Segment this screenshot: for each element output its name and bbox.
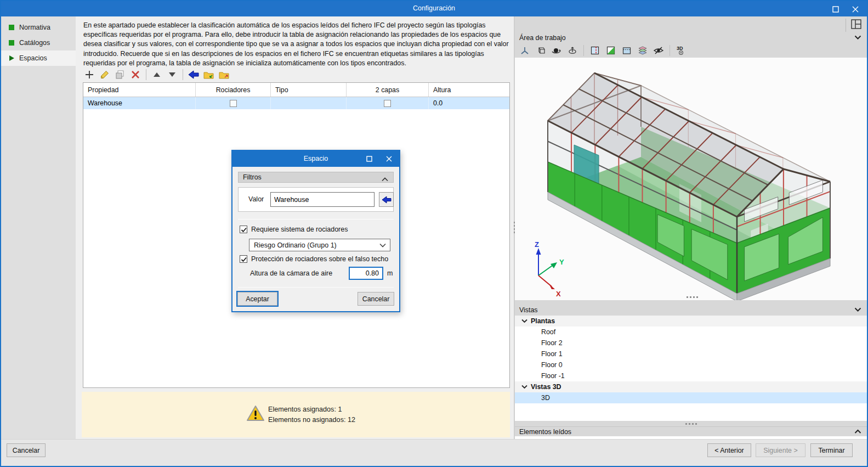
sprinklers-checkbox[interactable] bbox=[240, 226, 247, 233]
previous-button[interactable]: < Anterior bbox=[707, 443, 751, 457]
window-layout-icon bbox=[850, 19, 863, 30]
workspace-title: Área de trabajo bbox=[519, 34, 566, 42]
maximize-icon bbox=[832, 6, 839, 13]
tree-item-3d[interactable]: 3D bbox=[515, 392, 868, 403]
sidebar-item-espacios[interactable]: Espacios bbox=[1, 50, 76, 66]
layout-button[interactable] bbox=[850, 19, 863, 32]
section-plane-button[interactable] bbox=[588, 44, 602, 57]
folder-import-icon bbox=[203, 70, 214, 79]
filtros-label: Filtros bbox=[243, 173, 262, 181]
turntable-button[interactable] bbox=[566, 44, 579, 57]
layers-button[interactable] bbox=[636, 44, 649, 57]
chevron-up-icon bbox=[382, 176, 388, 183]
cell-altura: 0.0 bbox=[429, 97, 509, 109]
ceiling-checkbox[interactable] bbox=[240, 255, 247, 263]
warning-box: Elementos asignados: 1 Elementos no asig… bbox=[82, 392, 510, 437]
sprinklers-check-row[interactable]: Requiere sistema de rociadores bbox=[240, 226, 348, 233]
close-icon bbox=[386, 156, 392, 162]
capas-checkbox[interactable] bbox=[384, 100, 391, 107]
risk-dropdown[interactable]: Riesgo Ordinario (Grupo 1) bbox=[249, 239, 390, 251]
tree-item-roof[interactable]: Roof bbox=[515, 327, 868, 337]
column-header-propiedad[interactable]: Propiedad bbox=[83, 83, 196, 97]
maximize-icon bbox=[366, 156, 372, 162]
move-down-button[interactable] bbox=[166, 69, 179, 81]
section-box-icon bbox=[622, 46, 632, 55]
chevron-down-icon bbox=[854, 34, 861, 42]
axes-icon bbox=[520, 46, 530, 55]
viewport-splitter-handle[interactable] bbox=[515, 295, 868, 299]
column-header-altura[interactable]: Altura bbox=[429, 83, 509, 97]
valor-pick-button[interactable] bbox=[379, 192, 394, 207]
ceiling-check-row[interactable]: Protección de rociadores sobre el falso … bbox=[240, 255, 388, 263]
tree-group-vistas3d[interactable]: Vistas 3D bbox=[515, 381, 868, 392]
axis-y-label: Y bbox=[559, 258, 564, 266]
next-button[interactable]: Siguiente > bbox=[756, 443, 805, 457]
finish-button[interactable]: Terminar bbox=[810, 443, 853, 457]
dialog-close-button[interactable] bbox=[381, 153, 397, 165]
views-header[interactable]: Vistas bbox=[515, 305, 867, 315]
assign-button[interactable] bbox=[187, 69, 200, 81]
cell-2capas bbox=[347, 97, 429, 109]
viewport-3d[interactable]: Z Y X bbox=[515, 58, 868, 300]
sidebar-item-label: Catálogos bbox=[19, 39, 50, 47]
toolbar-separator bbox=[146, 69, 146, 80]
dialog-title-bar: Espacio bbox=[232, 151, 399, 167]
tree-item-floor1[interactable]: Floor 1 bbox=[515, 348, 868, 359]
turntable-icon bbox=[568, 46, 577, 55]
tree-item-floor2[interactable]: Floor 2 bbox=[515, 337, 868, 348]
axis-triad: Z Y X bbox=[523, 241, 572, 299]
tree-item-floor-1[interactable]: Floor -1 bbox=[515, 370, 868, 381]
cancel-button[interactable]: Cancelar bbox=[7, 443, 46, 457]
air-gap-input[interactable] bbox=[349, 267, 383, 280]
valor-group: Valor bbox=[238, 187, 394, 212]
axes-tool-button[interactable] bbox=[518, 44, 531, 57]
tree-group-label: Plantas bbox=[531, 317, 555, 325]
views-splitter-handle[interactable] bbox=[515, 421, 867, 426]
table-toolbar bbox=[83, 68, 231, 81]
tree-item-label: Floor 1 bbox=[541, 350, 563, 358]
cube-view-button[interactable] bbox=[534, 44, 547, 57]
column-header-2capas[interactable]: 2 capas bbox=[347, 83, 429, 97]
view3d-settings-button[interactable]: 3D bbox=[674, 44, 688, 57]
export-table-button[interactable] bbox=[218, 69, 231, 81]
column-header-tipo[interactable]: Tipo bbox=[271, 83, 347, 97]
workspace-header[interactable]: Área de trabajo bbox=[515, 33, 867, 43]
copy-row-button[interactable] bbox=[114, 69, 127, 81]
rociadores-checkbox[interactable] bbox=[230, 100, 237, 107]
tree-item-label: Floor -1 bbox=[541, 372, 565, 380]
assigned-count: Elementos asignados: 1 bbox=[268, 404, 355, 415]
chevron-down-icon bbox=[854, 306, 861, 314]
sprinklers-label: Requiere sistema de rociadores bbox=[251, 226, 348, 233]
tree-group-plantas[interactable]: Plantas bbox=[515, 316, 868, 327]
add-row-button[interactable] bbox=[83, 69, 96, 81]
dialog-maximize-button[interactable] bbox=[361, 153, 377, 165]
elements-header[interactable]: Elementos leídos bbox=[515, 426, 867, 436]
import-table-button[interactable] bbox=[202, 69, 215, 81]
move-up-button[interactable] bbox=[150, 69, 163, 81]
orbit-button[interactable] bbox=[550, 44, 563, 57]
dialog-cancel-button[interactable]: Cancelar bbox=[358, 292, 394, 306]
accept-button[interactable]: Aceptar bbox=[237, 292, 277, 306]
table-row[interactable]: Warehouse 0.0 bbox=[83, 97, 509, 109]
3d-gear-icon: 3D bbox=[675, 45, 687, 56]
filtros-collapsible-header[interactable]: Filtros bbox=[238, 172, 394, 183]
column-header-rociadores[interactable]: Rociadores bbox=[196, 83, 271, 97]
risk-dropdown-value: Riesgo Ordinario (Grupo 1) bbox=[254, 241, 337, 249]
maximize-button[interactable] bbox=[826, 3, 845, 15]
tree-item-label: Floor 2 bbox=[541, 339, 563, 347]
edit-row-button[interactable] bbox=[98, 69, 111, 81]
sidebar-item-catalogos[interactable]: Catálogos bbox=[1, 35, 76, 50]
elements-title: Elementos leídos bbox=[519, 428, 571, 436]
sidebar-item-normativa[interactable]: Normativa bbox=[1, 20, 76, 35]
toolbar-separator bbox=[583, 45, 584, 56]
tree-item-floor0[interactable]: Floor 0 bbox=[515, 359, 868, 370]
svg-text:3D: 3D bbox=[677, 46, 683, 51]
close-button[interactable] bbox=[846, 3, 865, 15]
clip-plane-button[interactable] bbox=[604, 44, 617, 57]
check-icon bbox=[240, 226, 247, 233]
delete-row-button[interactable] bbox=[129, 69, 142, 81]
valor-input[interactable] bbox=[270, 192, 375, 207]
green-square-icon bbox=[8, 40, 15, 46]
section-box-button[interactable] bbox=[620, 44, 633, 57]
hide-elements-button[interactable] bbox=[652, 44, 665, 57]
